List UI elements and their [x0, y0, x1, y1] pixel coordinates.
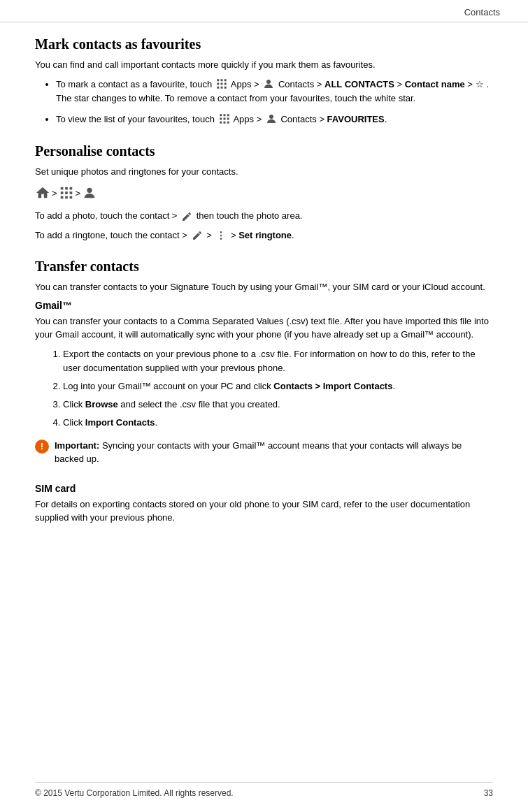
svg-rect-18: [227, 122, 229, 124]
svg-rect-11: [223, 115, 225, 117]
section-personalise-title: Personalise contacts: [35, 143, 493, 159]
personalise-nav-line: > >: [35, 185, 493, 201]
svg-rect-10: [220, 115, 222, 117]
section-mark-favourites: Mark contacts as favourites You can find…: [35, 36, 493, 126]
set-ringtone-label: Set ringtone: [238, 230, 292, 240]
footer-page-number: 33: [484, 788, 493, 798]
svg-rect-21: [65, 187, 68, 190]
personalise-ringtone-line: To add a ringtone, touch the contact > >…: [35, 229, 493, 242]
svg-rect-12: [227, 115, 229, 117]
apps-grid-icon-3: [59, 185, 74, 201]
svg-point-32: [220, 238, 222, 240]
gmail-step-3: Click Browse and select the .csv file th…: [63, 398, 493, 412]
page-content: Mark contacts as favourites You can find…: [0, 22, 528, 570]
svg-rect-14: [223, 118, 225, 120]
svg-rect-1: [220, 79, 222, 81]
gmail-subtitle: Gmail™: [35, 300, 493, 311]
gmail-step2-text: Log into your Gmail™ account on your PC …: [63, 381, 395, 391]
section-personalise: Personalise contacts Set unique photos a…: [35, 143, 493, 242]
svg-rect-3: [217, 83, 219, 85]
browse-label: Browse: [85, 399, 118, 409]
subsection-gmail: Gmail™ You can transfer your contacts to…: [35, 300, 493, 466]
subsection-simcard: SIM card For details on exporting contac…: [35, 483, 493, 525]
svg-point-19: [269, 115, 273, 119]
personalise-nav-gt2: >: [76, 188, 81, 198]
pencil-icon-2: [192, 230, 203, 241]
gmail-step3-text: Click Browse and select the .csv file th…: [63, 399, 280, 409]
section-mark-favourites-title: Mark contacts as favourites: [35, 36, 493, 52]
bullet1-text1: To mark a contact as a favourite, touch: [56, 79, 215, 89]
gmail-step-1: Export the contacts on your previous pho…: [63, 347, 493, 375]
section-personalise-intro: Set unique photos and ringtones for your…: [35, 165, 493, 179]
header-title: Contacts: [464, 7, 500, 17]
svg-rect-27: [65, 196, 68, 199]
important-label: Important:: [55, 440, 99, 451]
svg-rect-24: [65, 192, 68, 195]
gmail-step-4: Click Import Contacts.: [63, 416, 493, 430]
contacts-person-icon-3: [82, 185, 97, 201]
svg-point-31: [220, 235, 222, 237]
personalise-photo-line: To add a photo, touch the contact > then…: [35, 209, 493, 223]
svg-rect-22: [69, 187, 72, 190]
mark-favourites-list: To mark a contact as a favourite, touch …: [56, 78, 493, 126]
svg-rect-28: [69, 196, 72, 199]
bullet1-contacts: Contacts >: [278, 79, 324, 89]
svg-point-9: [266, 80, 271, 84]
page-footer: © 2015 Vertu Corporation Limited. All ri…: [35, 782, 493, 798]
svg-rect-16: [220, 122, 222, 124]
simcard-intro: For details on exporting contacts stored…: [35, 498, 493, 525]
svg-rect-15: [227, 118, 229, 120]
svg-rect-23: [60, 192, 63, 195]
important-box: ! Important: Syncing your contacts with …: [35, 439, 493, 466]
bullet1-contact-name: Contact name: [405, 79, 465, 89]
svg-point-30: [220, 231, 222, 233]
svg-rect-13: [220, 118, 222, 120]
svg-rect-25: [69, 192, 72, 195]
personalise-nav-gt1: >: [52, 188, 57, 198]
important-message: Syncing your contacts with your Gmail™ a…: [55, 440, 462, 465]
footer-copyright: © 2015 Vertu Corporation Limited. All ri…: [35, 788, 234, 798]
bullet2-contacts-gt: Contacts >: [280, 114, 327, 124]
svg-rect-6: [217, 87, 219, 89]
svg-rect-0: [217, 79, 219, 81]
gmail-steps-list: Export the contacts on your previous pho…: [63, 347, 493, 430]
important-icon: !: [35, 440, 49, 454]
home-icon: [35, 185, 50, 201]
svg-rect-26: [60, 196, 63, 199]
bullet2-apps-gt: Apps >: [233, 114, 264, 124]
pencil-icon: [181, 211, 192, 222]
important-text: Important: Syncing your contacts with yo…: [55, 439, 493, 466]
bullet1-gt2: >: [394, 79, 405, 89]
gmail-step4-text: Click Import Contacts.: [63, 417, 157, 428]
simcard-subtitle: SIM card: [35, 483, 493, 494]
page-header: Contacts: [0, 0, 528, 22]
bullet2-text1: To view the list of your favourites, tou…: [56, 114, 217, 124]
contacts-import-label: Contacts > Import Contacts: [273, 381, 392, 391]
svg-rect-20: [60, 187, 63, 190]
contacts-person-icon: [262, 78, 275, 90]
bullet1-all-contacts: ALL CONTACTS: [324, 79, 394, 89]
bullet-view-favourites: To view the list of your favourites, tou…: [56, 113, 493, 126]
section-transfer-intro: You can transfer contacts to your Signat…: [35, 280, 493, 294]
import-contacts-label: Import Contacts: [85, 417, 155, 428]
bullet2-period: .: [385, 114, 387, 124]
svg-rect-4: [220, 83, 222, 85]
svg-rect-5: [224, 83, 227, 85]
gmail-step1-text: Export the contacts on your previous pho…: [63, 349, 476, 373]
section-transfer: Transfer contacts You can transfer conta…: [35, 259, 493, 524]
bullet-mark-favourite: To mark a contact as a favourite, touch …: [56, 78, 493, 106]
bullet1-apps-gt: Apps >: [231, 79, 262, 89]
section-mark-favourites-intro: You can find and call important contacts…: [35, 58, 493, 72]
svg-point-29: [87, 188, 92, 193]
overflow-dots-icon: [215, 230, 227, 241]
svg-rect-2: [224, 79, 227, 81]
apps-grid-icon-2: [218, 113, 231, 125]
apps-grid-icon: [215, 78, 228, 90]
section-transfer-title: Transfer contacts: [35, 259, 493, 275]
bullet1-gt3: >: [465, 79, 476, 89]
svg-rect-17: [223, 122, 225, 124]
contacts-person-icon-2: [265, 113, 278, 125]
svg-rect-8: [224, 87, 227, 89]
gmail-step-2: Log into your Gmail™ account on your PC …: [63, 379, 493, 393]
bullet2-favourites: FAVOURITES: [327, 114, 385, 124]
